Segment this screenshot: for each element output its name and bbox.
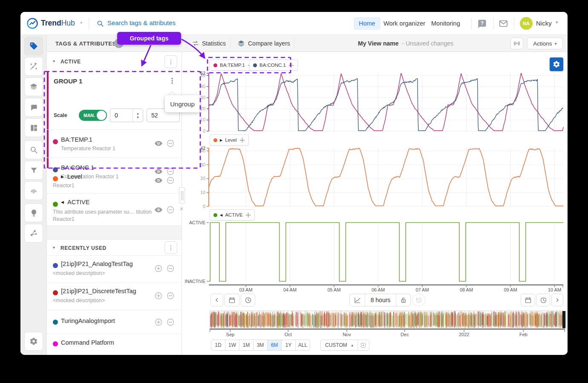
trend-compare-button[interactable] xyxy=(350,294,365,306)
remove-minus-icon[interactable] xyxy=(166,264,175,273)
group-menu-button[interactable]: ⋮ xyxy=(166,76,178,86)
attribute-row-level[interactable]: ▶ Level Reactor1 xyxy=(47,168,182,194)
trend-plots[interactable]: 010203040505201020304042ACTIVEINACTIVE03… xyxy=(182,52,568,355)
move-icon[interactable] xyxy=(288,63,294,68)
svg-text:10: 10 xyxy=(200,117,205,122)
search-input[interactable]: Search tags & attributes xyxy=(107,19,176,26)
recent-row[interactable]: [21ip]IP21_DiscreteTestTag <mocked descr… xyxy=(47,283,182,310)
add-plus-icon[interactable] xyxy=(154,318,163,326)
mail-icon[interactable] xyxy=(499,19,508,29)
avatar[interactable]: NA xyxy=(520,17,533,30)
custom-range-group: CUSTOM ▲ xyxy=(320,340,369,351)
chevron-right-icon xyxy=(554,297,560,303)
rail-filter-button[interactable] xyxy=(24,161,43,180)
panel-tab-label[interactable]: TAGS & ATTRIBUTES xyxy=(55,40,116,47)
range-all[interactable]: ALL xyxy=(296,340,310,350)
recent-section-menu-button[interactable]: ⋮ xyxy=(164,241,177,254)
panel-splitter-handle[interactable] xyxy=(179,187,185,203)
range-1w[interactable]: 1W xyxy=(225,340,239,350)
nav-monitoring[interactable]: Monitoring xyxy=(431,17,460,30)
tags-panel: ▾ ACTIVE ⋮ GROUP 1 ⋮ Scale MAN. 0 ▲▼ 52 xyxy=(47,52,182,355)
custom-target-button[interactable] xyxy=(358,342,369,349)
start-date-button[interactable] xyxy=(225,294,239,306)
rail-layers-button[interactable] xyxy=(24,77,43,96)
add-plus-icon[interactable] xyxy=(154,264,163,273)
recent-name: TuringAnalogImport xyxy=(61,317,115,324)
move-icon[interactable] xyxy=(239,137,245,143)
tab-statistics[interactable]: Statistics xyxy=(202,40,226,47)
svg-text:10: 10 xyxy=(200,190,205,195)
nav-work-organizer[interactable]: Work organizer xyxy=(383,17,425,30)
range-6m[interactable]: 6M xyxy=(268,340,282,350)
visibility-eye-icon[interactable] xyxy=(154,206,163,214)
range-1m[interactable]: 1M xyxy=(239,340,254,350)
rail-tags-button[interactable] xyxy=(24,37,43,55)
rail-fingerprint-button[interactable] xyxy=(24,181,43,200)
tag-row-temp[interactable]: BA:TEMP.1 Temperature Reactor 1 xyxy=(47,129,182,157)
rail-dashboard-button[interactable] xyxy=(24,118,43,137)
remove-minus-icon[interactable] xyxy=(166,176,175,185)
active-section-menu-button[interactable]: ⋮ xyxy=(164,55,177,68)
chart-settings-button[interactable] xyxy=(550,57,563,71)
rail-search-button[interactable] xyxy=(24,140,43,159)
rail-settings-button[interactable] xyxy=(24,332,43,351)
recent-section-caret-icon[interactable]: ▾ xyxy=(53,245,55,250)
recent-color-dot xyxy=(53,341,58,346)
panel-collapse-close-icon[interactable]: ✕ xyxy=(179,206,184,212)
user-menu[interactable]: Nicky xyxy=(536,19,552,28)
active-section-caret-icon[interactable]: ▾ xyxy=(53,59,55,63)
rail-context-button[interactable] xyxy=(24,57,43,76)
move-icon[interactable] xyxy=(245,212,251,218)
add-plus-icon[interactable] xyxy=(154,292,163,300)
history-reset-button[interactable] xyxy=(412,294,426,306)
rail-recommendations-button[interactable] xyxy=(24,203,43,222)
brand-bold: Trend xyxy=(41,19,61,27)
legend-chip-active[interactable]: ◀ ACTIVE xyxy=(210,209,255,220)
live-mode-button[interactable] xyxy=(510,37,523,49)
rail-ml-nodes-button[interactable] xyxy=(24,224,43,243)
recent-row[interactable]: Command Platform xyxy=(47,334,182,355)
recent-row[interactable]: [21ip]IP21_AnalogTestTag <mocked descrip… xyxy=(47,256,182,283)
end-date-button[interactable] xyxy=(521,294,535,306)
remove-minus-icon[interactable] xyxy=(166,139,175,148)
remove-minus-icon[interactable] xyxy=(166,292,175,300)
nav-home[interactable]: Home xyxy=(354,17,380,30)
brand-caret-icon[interactable]: ▾ xyxy=(80,20,83,26)
rail-comments-button[interactable] xyxy=(24,98,43,117)
min-stepper[interactable]: ▲▼ xyxy=(133,109,143,122)
scale-min-input[interactable]: 0 ▲▼ xyxy=(110,109,143,122)
scale-mode-toggle[interactable]: MAN. xyxy=(79,110,107,121)
lock-duration-button[interactable] xyxy=(396,294,410,306)
svg-text:04 AM: 04 AM xyxy=(283,287,297,292)
remove-minus-icon[interactable] xyxy=(166,318,175,326)
window-duration-label[interactable]: 8 hours xyxy=(365,294,396,306)
start-time-button[interactable] xyxy=(241,294,255,306)
actions-button[interactable]: Actions▾ xyxy=(527,37,563,49)
svg-text:Oct: Oct xyxy=(285,332,292,337)
range-1d[interactable]: 1D xyxy=(211,340,225,350)
legend-chip-level[interactable]: ▶ Level xyxy=(210,134,249,146)
custom-range-button[interactable]: CUSTOM xyxy=(321,342,351,348)
attr-desc: Reactor1 xyxy=(53,183,75,189)
step-back-button[interactable] xyxy=(210,294,223,306)
ungroup-menu-item[interactable]: Ungroup xyxy=(165,95,200,112)
tab-compare-layers[interactable]: Compare layers xyxy=(248,40,290,47)
brand[interactable]: TrendHub xyxy=(41,19,75,28)
context-overview-bar[interactable] xyxy=(210,311,566,329)
visibility-eye-icon[interactable] xyxy=(154,139,163,148)
legend-chip-conc[interactable]: BA:CONC.1 xyxy=(249,60,298,71)
visibility-eye-icon[interactable] xyxy=(154,176,163,185)
help-icon[interactable] xyxy=(477,19,487,29)
range-3m[interactable]: 3M xyxy=(254,340,268,350)
direction-arrow-icon: ▶ xyxy=(220,138,222,142)
range-1y[interactable]: 1Y xyxy=(282,340,296,350)
attribute-row-active[interactable]: ◀ ACTIVE This attribute uses parameter s… xyxy=(47,194,182,226)
svg-text:52: 52 xyxy=(200,71,205,76)
step-forward-button[interactable] xyxy=(551,294,563,306)
end-time-button[interactable] xyxy=(536,294,550,306)
recent-row[interactable]: TuringAnalogImport xyxy=(47,310,182,334)
remove-minus-icon[interactable] xyxy=(166,206,175,214)
attr-desc: This attribute uses parameter su… tituti… xyxy=(53,209,152,215)
series-color-dot xyxy=(213,213,217,217)
chevron-left-icon xyxy=(214,297,220,303)
